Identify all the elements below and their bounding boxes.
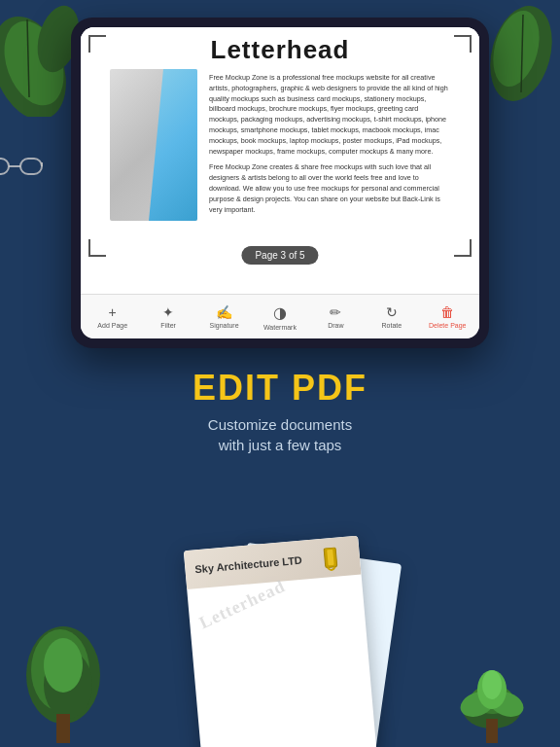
edit-headline: EDIT PDF [0, 368, 560, 409]
bottom-area: Sky Architecture LTD Letterhead [0, 523, 560, 747]
bracket-top-right [454, 35, 472, 53]
svg-rect-8 [20, 159, 42, 174]
watermark-label: Watermark [263, 324, 297, 331]
toolbar: + Add Page ✦ Filter ✍ Signature ◑ Waterm… [81, 294, 479, 338]
document-body: Free Mockup Zone is a professional free … [81, 69, 479, 221]
edit-subtitle: Customize documents with just a few taps [0, 414, 560, 455]
glasses-decoration [0, 151, 44, 190]
bottom-doc-main: Sky Architecture LTD Letterhead [184, 536, 376, 747]
bracket-bottom-left [88, 239, 106, 257]
tablet: Letterhead Free Mockup Zone is a profess… [71, 18, 489, 348]
draw-icon: ✏ [330, 304, 341, 320]
add-page-label: Add Page [97, 322, 127, 329]
document-text-area: Free Mockup Zone is a professional free … [209, 69, 450, 221]
bracket-bottom-right [454, 239, 472, 257]
plant-bottom-right [453, 656, 531, 747]
page-indicator: Page 3 of 5 [241, 246, 318, 265]
rotate-label: Rotate [382, 322, 402, 329]
watermark-icon: ◑ [273, 303, 287, 322]
document-header: Letterhead [81, 27, 479, 69]
binder-clip [320, 547, 341, 576]
company-name: Sky Architecture LTD [194, 554, 302, 576]
rotate-icon: ↻ [386, 304, 398, 320]
document-title-area: Letterhead [110, 35, 450, 65]
svg-rect-25 [486, 719, 498, 743]
toolbar-rotate[interactable]: ↻ Rotate [372, 304, 411, 329]
document-text: Free Mockup Zone is a professional free … [209, 73, 450, 215]
document-preview: Letterhead Free Mockup Zone is a profess… [81, 27, 479, 294]
toolbar-draw[interactable]: ✏ Draw [316, 304, 355, 329]
toolbar-delete[interactable]: 🗑 Delete Page [428, 304, 467, 329]
toolbar-add-page[interactable]: + Add Page [93, 304, 132, 329]
toolbar-watermark[interactable]: ◑ Watermark [261, 303, 299, 331]
toolbar-signature[interactable]: ✍ Signature [205, 304, 244, 329]
filter-label: Filter [160, 322, 176, 329]
subtitle-line1: Customize documents [208, 416, 352, 433]
svg-point-24 [482, 670, 502, 699]
delete-icon: 🗑 [440, 304, 454, 320]
edit-section: EDIT PDF Customize documents with just a… [0, 368, 560, 455]
draw-label: Draw [328, 322, 343, 329]
filter-icon: ✦ [162, 304, 174, 320]
delete-label: Delete Page [429, 322, 467, 329]
tablet-screen: Letterhead Free Mockup Zone is a profess… [81, 27, 479, 338]
svg-rect-17 [56, 714, 70, 743]
bracket-top-left [88, 35, 106, 53]
plant-bottom-left [19, 617, 107, 747]
svg-point-18 [44, 638, 83, 693]
signature-label: Signature [210, 322, 239, 329]
document-title: Letterhead [110, 35, 450, 65]
subtitle-line2: with just a few taps [219, 437, 342, 453]
signature-icon: ✍ [216, 304, 232, 320]
svg-rect-7 [0, 159, 9, 174]
toolbar-filter[interactable]: ✦ Filter [149, 304, 188, 329]
add-page-icon: + [109, 304, 117, 320]
document-image [110, 69, 197, 221]
